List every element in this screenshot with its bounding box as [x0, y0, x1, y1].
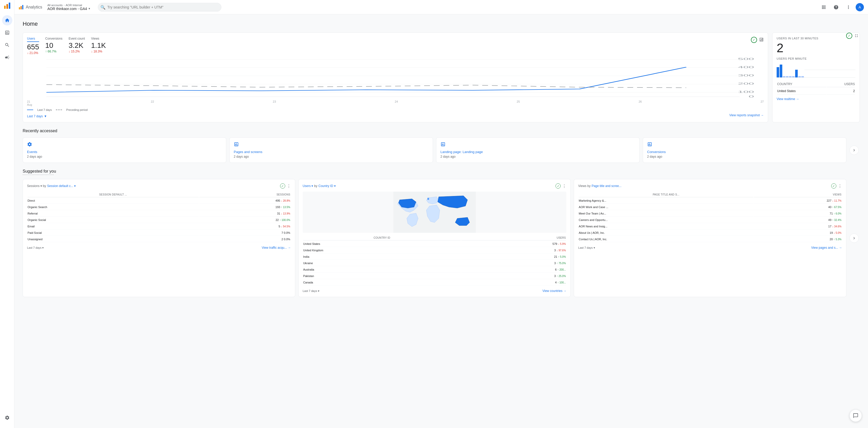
conversions-value: 10	[45, 41, 63, 50]
views-cell: 40 ↑ 67.5%	[754, 204, 841, 210]
sidebar	[0, 0, 14, 428]
svg-text:100: 100	[738, 91, 754, 93]
table-row: United States2	[777, 88, 855, 95]
carousel-next-button[interactable]	[849, 145, 859, 155]
table-row: Careers and Opportu...49 ↑ 32.4%	[579, 217, 841, 223]
view-countries-link[interactable]: View countries →	[542, 289, 566, 293]
breadcrumb-sep: ›	[64, 4, 65, 7]
realtime-bar-chart	[777, 62, 856, 78]
users-cell: 6 ↑ 200...	[461, 267, 566, 273]
views-more-icon[interactable]: ⋮	[838, 184, 842, 189]
recently-accessed-title: Recently accessed	[23, 129, 860, 133]
recent-card-landing[interactable]: Landing page: Landing page 2 days ago	[436, 137, 640, 163]
views-title-2[interactable]: Page title and scree...	[592, 184, 621, 188]
recent-pages-name: Pages and screens	[234, 150, 429, 154]
rt-bar-6	[792, 76, 795, 77]
metric-views[interactable]: Views 1.1K ↓ 18.3%	[91, 37, 106, 53]
svg-rect-19	[427, 198, 429, 200]
chart-date-range[interactable]: Last 7 days ▼	[27, 114, 47, 118]
users-cell: 3 ↓ 97.6%	[461, 248, 566, 253]
sessions-title-2[interactable]: Session default c... ▾	[47, 184, 76, 188]
rt-bar-4	[786, 76, 788, 77]
realtime-check-icon[interactable]: ✓	[846, 33, 852, 39]
country-cell: Ukraine	[303, 260, 461, 266]
realtime-sub-label: USERS PER MINUTE	[777, 57, 856, 60]
change-indicator: ↓ 11.7%	[832, 199, 841, 202]
countries-badge: ✓ ⋮	[556, 184, 566, 189]
recent-card-events[interactable]: Events 2 days ago	[23, 137, 226, 163]
search-wrapper: 🔍	[98, 3, 221, 11]
search-input[interactable]	[98, 3, 221, 11]
country-cell: India	[303, 254, 461, 260]
table-row: India21 ↑ 5.0%	[303, 254, 566, 260]
countries-title-3[interactable]: Country ID ▾	[318, 184, 336, 188]
chat-fab-button[interactable]	[849, 409, 862, 422]
sessions-check-icon[interactable]: ✓	[280, 184, 285, 189]
table-row: Paid Social7 0.0%	[28, 230, 290, 236]
page-cell: Meet Our Team | Ao...	[579, 211, 753, 217]
recent-card-conversions[interactable]: Conversions 2 days ago	[643, 137, 846, 163]
user-avatar[interactable]: A	[856, 3, 864, 11]
table-row: Unassigned2 0.0%	[28, 236, 290, 242]
property-name[interactable]: AOR thinkaor.com - GA4 ▼	[48, 7, 91, 11]
breadcrumb-account: AOR Internal	[66, 4, 82, 7]
change-indicator: ↑ 100...	[558, 281, 566, 284]
countries-check-icon[interactable]: ✓	[556, 184, 561, 189]
views-check-icon[interactable]: ✓	[831, 184, 836, 189]
view-realtime-link[interactable]: View realtime →	[777, 97, 856, 101]
rt-bar-5	[789, 76, 792, 77]
suggested-title: Suggested for you	[23, 169, 860, 174]
world-map-svg	[303, 192, 566, 233]
sidebar-item-reports[interactable]	[2, 28, 12, 38]
nav-logo-area: Analytics	[19, 5, 42, 10]
checkmark-icon[interactable]: ✓	[751, 37, 757, 43]
realtime-country-table: COUNTRY USERS United States2	[777, 81, 856, 95]
svg-rect-1	[6, 4, 8, 9]
page-cell: Contact Us | AOR, Inc.	[579, 236, 753, 242]
view-pages-link[interactable]: View pages and s... →	[811, 246, 842, 250]
sidebar-settings	[2, 411, 12, 428]
view-traffic-link[interactable]: View traffic acqu... →	[262, 246, 291, 250]
change-indicator: ↓ 97.6%	[557, 249, 566, 252]
sidebar-item-home[interactable]	[2, 15, 12, 26]
recent-events-name: Events	[27, 150, 222, 154]
users-col-header[interactable]: USERS	[827, 81, 855, 87]
svg-text:400: 400	[738, 66, 754, 69]
realtime-expand-icon[interactable]	[853, 33, 860, 39]
change-indicator: ↑ 67.5%	[832, 206, 841, 208]
page-title: Home	[23, 21, 860, 27]
recent-card-pages[interactable]: Pages and screens 2 days ago	[229, 137, 433, 163]
grid-icon-button[interactable]	[818, 2, 829, 12]
views-badge: ✓ ⋮	[831, 184, 842, 189]
sessions-more-icon[interactable]: ⋮	[287, 184, 291, 189]
settings-button[interactable]	[2, 413, 12, 423]
topnav-right: A	[818, 2, 864, 12]
country-col-header[interactable]: COUNTRY	[777, 81, 826, 87]
metric-conversions[interactable]: Conversions 10 ↑ 66.7%	[45, 37, 63, 53]
x-axis-labels: 21Aug 22 23 24 25 26 27	[27, 100, 764, 107]
table-row: Australia6 ↑ 200...	[303, 267, 566, 273]
expand-icon[interactable]	[759, 37, 764, 43]
help-icon-button[interactable]	[831, 2, 841, 12]
legend-previous-label: Preceding period	[66, 108, 88, 111]
sidebar-item-explore[interactable]	[2, 40, 12, 50]
views-title-1: Views by	[578, 184, 590, 188]
suggested-carousel-next[interactable]	[849, 234, 859, 243]
views-count-header: VIEWS	[754, 192, 841, 197]
metric-event-count[interactable]: Event count 3.2K ↓ 15.2%	[68, 37, 85, 53]
main-content: Home Users 655 ↓ 21.0% Conversions 10 ↑ …	[14, 14, 868, 428]
view-reports-link[interactable]: View reports snapshot →	[729, 113, 764, 117]
svg-text:0: 0	[749, 95, 754, 98]
rt-line	[804, 70, 856, 70]
property-selector[interactable]: All accounts › AOR Internal AOR thinkaor…	[48, 4, 91, 11]
change-indicator: ↑ 25.0%	[557, 275, 566, 277]
svg-rect-3	[19, 7, 20, 9]
more-vert-icon-button[interactable]	[843, 2, 854, 12]
sidebar-item-advertising[interactable]	[2, 52, 12, 63]
countries-more-icon[interactable]: ⋮	[562, 184, 566, 189]
metric-users[interactable]: Users 655 ↓ 21.0%	[27, 37, 39, 55]
countries-title-1[interactable]: Users ▾	[303, 184, 313, 188]
x-label-6: 26	[639, 100, 642, 106]
recently-accessed-section: Recently accessed Events 2 days ago Page…	[23, 129, 860, 163]
views-card-header: Views by Page title and scree... ✓ ⋮	[578, 184, 842, 189]
